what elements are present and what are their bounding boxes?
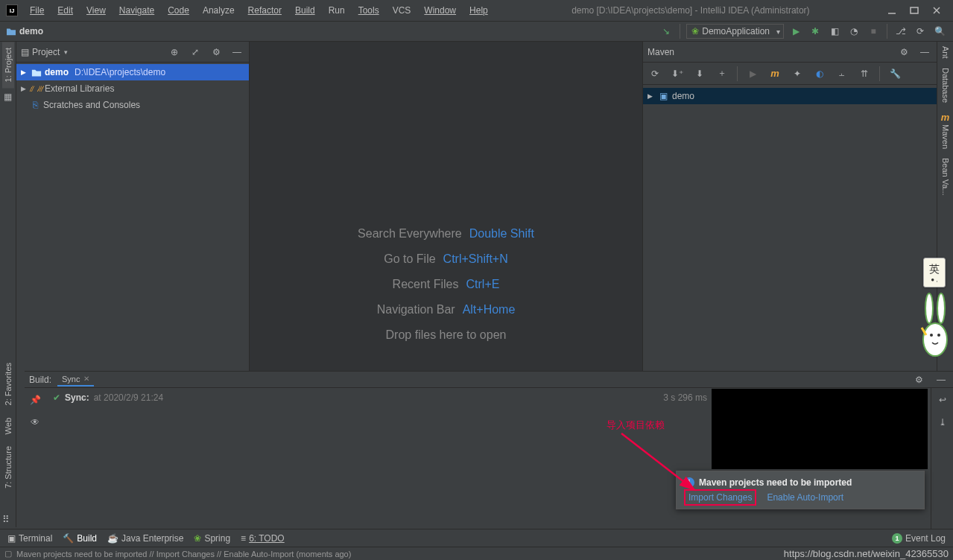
watermark: https://blog.csdn.net/weixin_42365530 [784,548,949,559]
menu-edit[interactable]: Edit [51,3,79,18]
run-config-selector[interactable]: ❀ DemoApplication [686,24,784,39]
stop-button[interactable]: ■ [866,24,881,39]
gutter-tab-project[interactable]: 1: Project [2,42,14,88]
menu-vcs[interactable]: VCS [387,3,417,18]
build-tab-sync[interactable]: Sync ✕ [57,373,93,386]
build-right-toolbar: ↩ ⤓ [931,388,953,529]
gutter-menu-icon[interactable]: ⠿ [2,514,14,526]
gear-icon[interactable]: ⚙ [209,45,224,60]
bottom-tool-bar: ▣Terminal 🔨Build ☕Java Enterprise ❀Sprin… [0,529,953,547]
menu-file[interactable]: File [24,3,50,18]
build-output-console[interactable] [712,389,928,469]
reimport-icon[interactable]: ⟳ [648,66,662,81]
menu-build[interactable]: Build [289,3,321,18]
menu-tools[interactable]: Tools [352,3,385,18]
scratches-icon: ⎘ [30,100,40,110]
svg-point-6 [925,293,933,323]
gutter-tab-database[interactable]: Database [940,63,952,107]
tree-root-demo[interactable]: ▶ demo D:\IDEA\projects\demo [16,64,249,80]
menu-run[interactable]: Run [323,3,351,18]
close-tab-icon[interactable]: ✕ [83,375,89,383]
tab-build[interactable]: 🔨Build [63,533,97,544]
svg-point-7 [937,293,945,323]
breadcrumb[interactable]: demo [6,26,43,36]
gear-icon[interactable]: ⚙ [911,372,926,387]
build-hammer-icon[interactable]: ↘ [659,24,674,39]
menu-navigate[interactable]: Navigate [113,3,160,18]
menu-code[interactable]: Code [162,3,195,18]
success-check-icon: ✔ [53,392,60,403]
enable-auto-import-link[interactable]: Enable Auto-Import [767,492,843,503]
app-icon [6,4,18,16]
locate-icon[interactable]: ⊕ [167,45,182,60]
menu-help[interactable]: Help [463,3,494,18]
expand-icon[interactable]: ⤢ [188,45,203,60]
generate-sources-icon[interactable]: ⬇⁺ [670,66,685,81]
project-panel-title[interactable]: ▤ Project [21,47,68,57]
maven-root-demo[interactable]: ▶ ▣ demo [643,88,937,104]
gutter-tab-favorites[interactable]: 2: Favorites [2,357,14,411]
run-maven-icon[interactable]: ▶ [745,66,760,81]
svg-point-8 [930,334,933,337]
import-changes-link[interactable]: Import Changes [684,489,756,506]
gutter-tab-bean[interactable]: Bean Va... [940,153,952,200]
library-icon: ⫽⫻ [31,83,42,94]
close-button[interactable] [932,6,941,15]
pin-icon[interactable]: 📌 [28,392,42,407]
window-title: demo [D:\IDEA\projects\demo] - IntelliJ … [494,5,887,16]
maven-panel-header: Maven ⚙ — [643,42,937,63]
gutter-tab-structure[interactable]: 7: Structure [2,440,14,494]
tab-spring[interactable]: ❀Spring [194,533,230,544]
menu-analyze[interactable]: Analyze [197,3,241,18]
coverage-button[interactable]: ◧ [827,24,842,39]
chevron-right-icon[interactable]: ▶ [21,69,28,76]
run-button[interactable]: ▶ [788,24,803,39]
gear-icon[interactable]: ⚙ [896,45,911,60]
eye-icon[interactable]: 👁 [28,415,42,430]
gutter-project-icon[interactable]: ▦ [2,91,14,103]
main-menu: File Edit View Navigate Code Analyze Ref… [24,3,494,18]
minimize-button[interactable] [887,6,896,15]
hide-icon[interactable]: — [917,45,932,60]
tab-terminal[interactable]: ▣Terminal [7,533,52,544]
status-icon[interactable]: ▢ [4,549,12,559]
maximize-button[interactable] [910,6,919,15]
hint-goto-file: Go to FileCtrl+Shift+N [384,252,508,266]
debug-button[interactable]: ✱ [808,24,823,39]
git-button[interactable]: ⎇ [893,24,908,39]
execute-goal-icon[interactable]: m [767,66,782,81]
hint-drop-files: Drop files here to open [386,328,507,342]
settings-icon[interactable]: 🔧 [887,66,902,81]
toggle-skip-tests-icon[interactable]: ◐ [812,66,827,81]
toggle-offline-icon[interactable]: ✦ [790,66,805,81]
notification-badge-icon: 1 [892,533,902,544]
gutter-tab-ant[interactable]: Ant [940,42,952,63]
hide-icon[interactable]: — [229,45,244,60]
navigation-bar: demo ↘ ❀ DemoApplication ▶ ✱ ◧ ◔ ■ ⎇ ⟳ 🔍 [0,21,953,42]
menu-window[interactable]: Window [418,3,462,18]
chevron-right-icon[interactable]: ▶ [648,92,655,100]
search-button[interactable]: 🔍 [932,24,947,39]
menu-view[interactable]: View [80,3,112,18]
add-icon[interactable]: ＋ [715,66,729,81]
tab-event-log[interactable]: 1Event Log [892,533,946,544]
show-dependencies-icon[interactable]: ⫠ [835,66,849,81]
scroll-end-icon[interactable]: ⤓ [935,415,950,430]
ime-indicator[interactable]: 英 ● , [923,258,946,287]
update-button[interactable]: ⟳ [913,24,928,39]
profile-button[interactable]: ◔ [846,24,861,39]
download-icon[interactable]: ⬇ [692,66,707,81]
java-ee-icon: ☕ [107,533,118,544]
tree-external-libraries[interactable]: ▶ ⫽⫻ External Libraries [16,80,249,97]
menu-refactor[interactable]: Refactor [242,3,288,18]
spring-icon: ❀ [691,26,699,36]
tab-java-enterprise[interactable]: ☕Java Enterprise [107,533,183,544]
hide-icon[interactable]: — [934,372,949,387]
soft-wrap-icon[interactable]: ↩ [935,392,950,407]
gutter-tab-maven[interactable]: mMaven [940,107,952,153]
gutter-tab-web[interactable]: Web [2,412,14,440]
hint-recent-files: Recent FilesCtrl+E [393,278,500,291]
tree-scratches[interactable]: ⎘ Scratches and Consoles [16,97,249,113]
tab-todo[interactable]: ≡6: TODO [241,533,285,544]
collapse-all-icon[interactable]: ⇈ [857,66,872,81]
